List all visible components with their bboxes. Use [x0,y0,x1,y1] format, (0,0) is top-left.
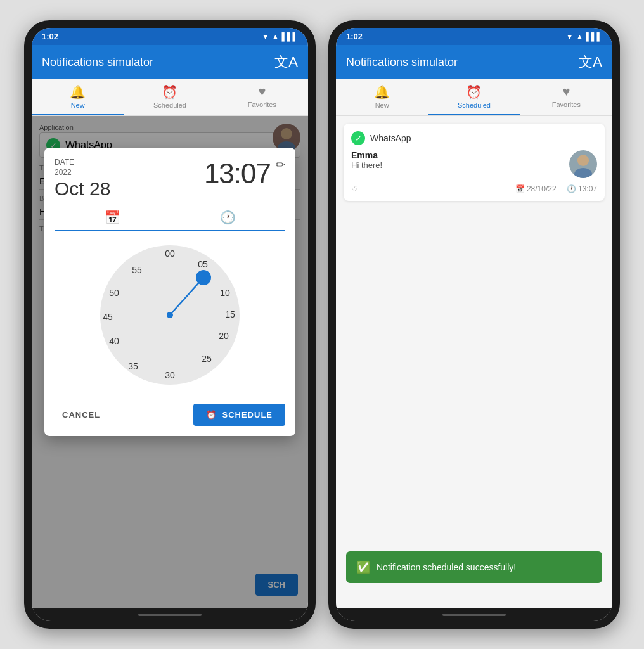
dialog-year: 2022 [55,168,110,177]
notif-avatar-svg [569,150,597,178]
clock-svg: 00 05 10 15 20 25 30 [94,239,246,391]
favorites-tab-label-left: Favorites [248,101,276,108]
translate-icon-right[interactable]: 文A [579,53,602,72]
toast-icon: ✅ [356,560,370,574]
status-time-right: 1:02 [346,32,363,41]
svg-text:30: 30 [165,370,175,380]
status-icons-right: ▼ ▲ ▌▌▌ [566,32,602,41]
notif-body: Emma Hi there! [351,150,597,178]
svg-text:05: 05 [198,259,208,269]
calendar-tab-icon: 📅 [105,210,120,225]
new-tab-label-left: New [71,101,85,109]
svg-point-20 [574,168,592,178]
svg-text:35: 35 [128,361,138,371]
home-indicator-left [32,608,308,621]
translate-icon-left[interactable]: 文A [274,53,298,72]
svg-point-18 [167,312,172,318]
dialog-buttons: CANCEL ⏰ SCHEDULE [55,399,285,426]
cancel-button[interactable]: CANCEL [55,405,108,425]
dialog-date: Oct 28 [55,178,110,200]
svg-text:15: 15 [225,309,235,319]
new-icon-right: 🔔 [374,84,390,100]
svg-text:00: 00 [165,248,175,259]
left-phone: 1:02 ▼ ▲ ▌▌▌ Notifications simulator 文A … [24,20,316,629]
notif-content: Emma Hi there! [351,150,382,170]
scheduled-tab-icon-left: ⏰ [162,84,177,100]
status-icons-left: ▼ ▲ ▌▌▌ [262,32,298,41]
home-bar-left [138,614,202,616]
app-title-left: Notifications simulator [42,56,153,69]
dialog-tabs: 📅 🕐 [55,205,285,231]
notif-date: 📅 28/10/22 [515,184,557,193]
dialog-time-section: 13:07 ✏ [204,158,285,190]
clock-tab-icon: 🕐 [220,210,236,225]
schedule-dialog: DATE 2022 Oct 28 13:07 ✏ 📅 🕐 [44,148,295,436]
svg-point-19 [577,155,589,166]
tab-new-left[interactable]: 🔔 New [32,79,124,115]
tab-favorites-right[interactable]: ♥ Favorites [520,79,612,115]
scheduled-icon-right: ⏰ [466,84,482,100]
dialog-date-block: DATE 2022 Oct 28 [55,158,110,200]
notif-app-row: ✓ WhatsApp [351,131,597,145]
favorites-label-right: Favorites [552,101,581,108]
app-title-right: Notifications simulator [346,56,458,69]
svg-point-17 [196,270,211,285]
home-bar-right [442,614,506,616]
right-phone: 1:02 ▼ ▲ ▌▌▌ Notifications simulator 文A … [328,20,620,629]
favorites-tab-icon-left: ♥ [258,84,266,99]
tab-new-right[interactable]: 🔔 New [336,79,428,115]
schedule-button[interactable]: ⏰ SCHEDULE [193,404,285,426]
svg-text:25: 25 [202,354,212,364]
home-indicator-right [336,608,612,621]
clock-face[interactable]: 00 05 10 15 20 25 30 [94,239,246,391]
scheduled-label-right: Scheduled [458,101,491,109]
tab-scheduled-left[interactable]: ⏰ Scheduled [124,79,216,115]
notif-time: 🕐 13:07 [567,184,597,193]
svg-text:40: 40 [109,336,119,346]
schedule-btn-label: SCHEDULE [222,410,273,420]
notif-sender: Emma [351,150,382,160]
favorites-icon-right: ♥ [562,84,570,99]
clock-container: 00 05 10 15 20 25 30 [55,239,285,391]
tab-bar-right: 🔔 New ⏰ Scheduled ♥ Favorites [336,79,612,116]
new-label-right: New [375,101,389,109]
svg-text:45: 45 [103,312,113,322]
notif-app-name: WhatsApp [370,133,411,143]
schedule-btn-icon: ⏰ [206,410,217,420]
edit-icon[interactable]: ✏ [276,158,285,172]
notif-meta: 📅 28/10/22 🕐 13:07 [515,184,597,193]
dialog-clock-tab[interactable]: 🕐 [170,205,285,231]
notif-message: Hi there! [351,160,382,170]
svg-text:50: 50 [109,288,119,298]
svg-text:55: 55 [132,265,142,275]
dialog-calendar-tab[interactable]: 📅 [55,205,170,230]
whatsapp-icon-card: ✓ [351,131,365,145]
status-bar-right: 1:02 ▼ ▲ ▌▌▌ [336,28,612,45]
app-bar-left: Notifications simulator 文A [32,45,308,79]
dialog-header: DATE 2022 Oct 28 13:07 ✏ [55,158,285,200]
svg-text:10: 10 [220,288,230,298]
content-right: ✓ WhatsApp Emma Hi there! [336,116,612,608]
toast-notification: ✅ Notification scheduled successfully! [346,551,602,583]
tab-scheduled-right[interactable]: ⏰ Scheduled [428,79,520,115]
tab-bar-left: 🔔 New ⏰ Scheduled ♥ Favorites [32,79,308,116]
notif-footer: ♡ 📅 28/10/22 🕐 13:07 [351,184,597,193]
content-left: Application ✓ WhatsApp ▼ Ti E Bo [32,116,308,608]
dialog-date-label: DATE [55,158,110,167]
notif-avatar [569,150,597,178]
new-tab-icon-left: 🔔 [70,84,86,100]
svg-text:20: 20 [219,331,229,341]
scheduled-tab-label-left: Scheduled [153,101,186,109]
app-bar-right: Notifications simulator 文A [336,45,612,79]
status-bar-left: 1:02 ▼ ▲ ▌▌▌ [32,28,308,45]
dialog-time: 13:07 [204,158,271,190]
tab-favorites-left[interactable]: ♥ Favorites [216,79,308,115]
notification-card: ✓ WhatsApp Emma Hi there! [344,124,605,201]
status-time-left: 1:02 [42,32,58,41]
notif-heart-icon[interactable]: ♡ [351,184,358,193]
toast-message: Notification scheduled successfully! [377,562,516,572]
